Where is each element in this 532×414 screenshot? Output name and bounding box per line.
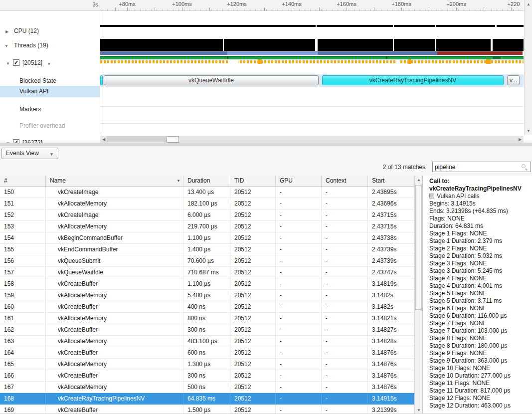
cell-tid: 20512: [230, 290, 276, 301]
table-row[interactable]: 164vkCreateBuffer600 ns20512--3.14876s: [0, 347, 414, 359]
column-header-start[interactable]: Start: [368, 176, 414, 186]
cell-tid: 20512: [230, 198, 276, 209]
events-view-dropdown[interactable]: Events View ▼: [1, 148, 58, 159]
cell-start: 2.43715s: [368, 209, 414, 220]
ruler-tick-label: +220: [508, 1, 520, 7]
column-header-gpu[interactable]: GPU: [276, 176, 322, 186]
table-row[interactable]: 168vkCreateRayTracingPipelinesNV64.835 m…: [0, 393, 414, 405]
track-separator: [100, 123, 524, 124]
cell-start: 2.43715s: [368, 221, 414, 232]
timeline-scrollbar-thumb[interactable]: [167, 136, 179, 143]
chevron-down-icon[interactable]: ▾: [48, 60, 50, 68]
expand-right-icon[interactable]: ▶: [5, 27, 8, 36]
details-line: Stage 4 Flags: NONE: [429, 275, 532, 282]
expand-down-icon[interactable]: ▼: [4, 42, 8, 50]
table-row[interactable]: 156vkQueueSubmit70.600 µs20512--2.43739s: [0, 255, 414, 267]
cell-duration: 64.835 ms: [183, 393, 230, 404]
sidebar-item-markers[interactable]: Markers: [0, 105, 100, 114]
thread-state-segment: [227, 51, 318, 55]
table-row[interactable]: 157vkQueueWaitIdle710.687 ms20512--2.437…: [0, 267, 414, 278]
sidebar-item-cpu[interactable]: ▶CPU (12): [0, 27, 100, 35]
scroll-up-icon[interactable]: ▲: [415, 176, 422, 183]
sidebar-item-label: Profiler overhead: [19, 122, 65, 130]
details-line: Stage 11 Duration: 817.000 µs: [429, 387, 532, 395]
table-row[interactable]: 154vkBeginCommandBuffer1.100 µs20512--2.…: [0, 232, 414, 244]
table-row[interactable]: 155vkEndCommandBuffer1.400 µs20512--2.43…: [0, 244, 414, 255]
cell-duration: 400 ns: [183, 301, 230, 312]
column-header-name[interactable]: Name▼: [46, 176, 183, 186]
cell-gpu: -: [276, 313, 322, 324]
table-row[interactable]: 151vkAllocateMemory182.100 µs20512--2.43…: [0, 198, 414, 209]
table-row[interactable]: 169vkCreateBuffer1.500 µs20512--3.21399s: [0, 405, 414, 414]
details-line: Stage 7 Flags: NONE: [429, 320, 532, 327]
scroll-up-icon[interactable]: ▲: [525, 0, 532, 7]
timeline-ruler[interactable]: 3s +80ms+100ms+120ms+140ms+160ms+180ms+2…: [0, 0, 524, 11]
cell-duration: 13.400 µs: [183, 187, 230, 198]
cell-num: 155: [0, 244, 46, 255]
vulkan-range-v[interactable]: v...: [507, 75, 520, 85]
timeline-vertical-scrollbar[interactable]: ▲ ▼: [524, 0, 532, 135]
vulkan-range-vkcreateraytracingpipelinesnv[interactable]: vkCreateRayTracingPipelinesNV: [322, 75, 504, 85]
cell-num: 162: [0, 324, 46, 335]
thread-green-track: [100, 56, 524, 59]
cell-name: vkBeginCommandBuffer: [46, 232, 183, 243]
thread-state-segment: [318, 51, 437, 55]
cell-duration: 800 ns: [183, 313, 230, 324]
table-row[interactable]: 162vkCreateBuffer300 ns20512--3.14827s: [0, 324, 414, 336]
cell-tid: 20512: [230, 347, 276, 358]
scroll-down-icon[interactable]: ▼: [525, 127, 532, 134]
cell-gpu: -: [276, 255, 322, 266]
search-icon: [522, 164, 528, 171]
row-checkbox[interactable]: ✓: [13, 59, 19, 66]
table-row[interactable]: 152vkCreateImage6.000 µs20512--2.43715s: [0, 209, 414, 221]
scroll-right-icon[interactable]: ▶: [517, 136, 523, 142]
sidebar-item-threads[interactable]: ▼Threads (19): [0, 41, 100, 50]
cell-start: 2.43739s: [368, 255, 414, 266]
pane-splitter[interactable]: [0, 143, 532, 146]
cell-gpu: -: [276, 290, 322, 301]
table-row[interactable]: 166vkCreateBuffer300 ns20512--3.14876s: [0, 370, 414, 382]
table-row[interactable]: 163vkAllocateMemory483.100 µs20512--3.14…: [0, 336, 414, 347]
vulkan-range-sliver[interactable]: [100, 75, 103, 85]
cell-duration: 5.400 µs: [183, 290, 230, 301]
cell-context: -: [322, 301, 368, 312]
search-input[interactable]: [435, 163, 519, 171]
cell-gpu: -: [276, 198, 322, 209]
scroll-left-icon[interactable]: ◀: [101, 136, 107, 142]
search-box[interactable]: [432, 162, 531, 172]
expand-down-icon[interactable]: ▼: [6, 59, 10, 68]
column-header-tid[interactable]: TID: [230, 176, 276, 186]
table-row[interactable]: 165vkAllocateMemory1.300 µs20512--3.1487…: [0, 359, 414, 370]
table-row[interactable]: 150vkCreateImage13.400 µs20512--2.43695s: [0, 187, 414, 198]
tall-marker-tick: [408, 59, 411, 64]
cell-gpu: -: [276, 382, 322, 393]
sidebar-item-vulkan-api[interactable]: Vulkan API: [0, 87, 100, 96]
sidebar-item-thread-20512[interactable]: ▼✓[20512]▾: [0, 59, 100, 67]
table-row[interactable]: 153vkAllocateMemory219.700 µs20512--2.43…: [0, 221, 414, 232]
column-header-context[interactable]: Context: [322, 176, 368, 186]
cell-start: 3.14819s: [368, 278, 414, 289]
details-function-name: vkCreateRayTracingPipelinesNV: [429, 185, 532, 193]
table-scrollbar-thumb[interactable]: [415, 185, 422, 310]
table-row[interactable]: 159vkAllocateMemory5.400 µs20512--3.1482…: [0, 290, 414, 301]
cell-tid: 20512: [230, 267, 276, 278]
cell-name: vkAllocateMemory: [46, 382, 183, 393]
vulkan-range-vkqueuewaitidle[interactable]: vkQueueWaitIdle: [104, 75, 319, 85]
cell-context: -: [322, 187, 368, 198]
sidebar-item-blocked-state[interactable]: Blocked State: [0, 77, 100, 85]
cell-context: -: [322, 267, 368, 278]
column-header-num[interactable]: #: [0, 176, 46, 186]
details-line: Stage 8 Duration: 180.000 µs: [429, 342, 532, 350]
cell-gpu: -: [276, 232, 322, 243]
table-row[interactable]: 160vkCreateBuffer400 ns20512--3.1482s: [0, 301, 414, 313]
table-row[interactable]: 161vkAllocateMemory800 ns20512--3.14821s: [0, 313, 414, 324]
column-header-duration[interactable]: Duration: [183, 176, 230, 186]
sidebar-item-profiler-overhead[interactable]: Profiler overhead: [0, 122, 100, 130]
cell-start: 3.14821s: [368, 313, 414, 324]
scroll-down-icon[interactable]: ▼: [415, 407, 422, 414]
cell-tid: 20512: [230, 187, 276, 198]
table-row[interactable]: 158vkCreateBuffer1.100 µs20512--3.14819s: [0, 278, 414, 290]
bar-gap: [435, 39, 436, 51]
events-table-header[interactable]: #Name▼DurationTIDGPUContextStart: [0, 176, 414, 187]
table-row[interactable]: 167vkAllocateMemory500 ns20512--3.14876s: [0, 382, 414, 393]
